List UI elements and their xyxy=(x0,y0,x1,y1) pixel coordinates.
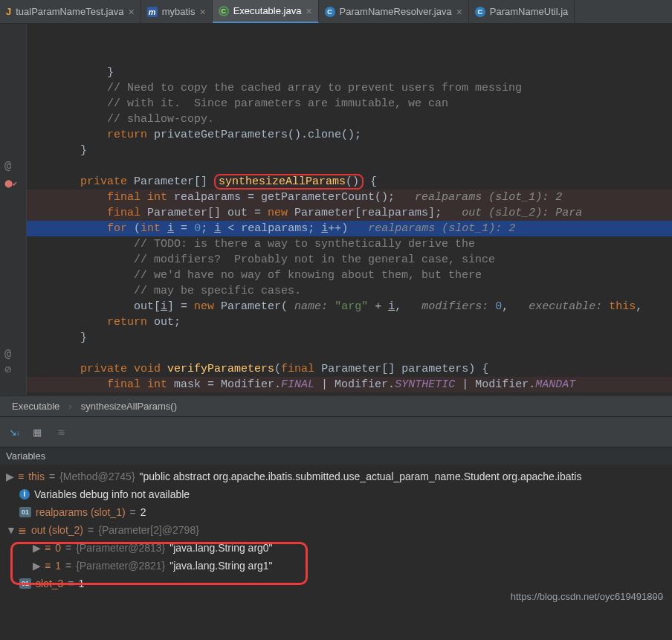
tab-label: Executable.java xyxy=(233,5,302,16)
var-realparams[interactable]: 01 realparams (slot_1) = 2 xyxy=(3,503,672,521)
gutter[interactable]: @ ⬤✔ @ ⊘ xyxy=(0,24,27,395)
highlight-method-box: synthesizeAllParams() {() xyxy=(214,174,364,190)
breadcrumb-class[interactable]: Executable xyxy=(12,401,59,412)
class-icon: C xyxy=(219,6,229,16)
watermark: https://blog.csdn.net/oyc619491800 xyxy=(511,588,663,606)
close-icon[interactable]: × xyxy=(306,5,311,17)
restore-layout-icon[interactable]: ↘ᵢ xyxy=(6,424,21,439)
var-out[interactable]: ▼ ≣ out (slot_2) = {Parameter[2]@2798} xyxy=(3,521,672,539)
resize-handle-icon[interactable]: ⌃⌃⌃ xyxy=(644,591,665,609)
array-icon: ≣ xyxy=(18,521,27,539)
expand-icon[interactable]: ▶ xyxy=(33,557,40,575)
primitive-icon: 01 xyxy=(19,578,31,589)
tab-label: tualParamNameTest.java xyxy=(16,6,123,17)
tab-label: ParamNameUtil.ja xyxy=(490,6,568,17)
current-exec-line: for (int i = 0; i < realparams; i++) rea… xyxy=(27,221,672,236)
close-icon[interactable]: × xyxy=(199,6,205,18)
editor-tabbar: J tualParamNameTest.java × m mybatis × C… xyxy=(0,0,672,24)
tab-paramnameresolver[interactable]: C ParamNameResolver.java × xyxy=(319,0,469,23)
var-info[interactable]: i Variables debug info not available xyxy=(3,485,672,503)
watch-icon[interactable]: ≋ xyxy=(54,424,68,439)
tab-paramnametest[interactable]: J tualParamNameTest.java × xyxy=(0,0,141,23)
variables-panel: ▶ ≡ this = {Method@2745} "public abstrac… xyxy=(0,465,672,610)
calculator-icon[interactable]: ▦ xyxy=(30,424,45,439)
tab-label: mybatis xyxy=(162,6,196,17)
expand-icon[interactable]: ▶ xyxy=(33,539,40,557)
variables-header: Variables xyxy=(0,447,672,465)
module-icon: m xyxy=(147,7,158,17)
close-icon[interactable]: × xyxy=(456,6,462,18)
var-out-0[interactable]: ▶ ≡ 0 = {Parameter@2813} "java.lang.Stri… xyxy=(3,539,672,557)
collapse-icon[interactable]: ▼ xyxy=(6,521,13,539)
tab-paramnameutil[interactable]: C ParamNameUtil.ja xyxy=(469,0,575,23)
tab-label: ParamNameResolver.java xyxy=(340,6,452,17)
info-icon: i xyxy=(19,489,30,500)
breadcrumb-method[interactable]: synthesizeAllParams() xyxy=(81,401,177,412)
java-icon: J xyxy=(6,6,11,17)
tab-mybatis[interactable]: m mybatis × xyxy=(141,0,213,23)
debug-toolbar: ↘ᵢ ▦ ≋ xyxy=(0,416,672,447)
object-icon: ≡ xyxy=(45,557,51,575)
close-icon[interactable]: × xyxy=(128,6,134,18)
code-area[interactable]: } // Need to copy the cached array to pr… xyxy=(27,24,672,395)
class-blue-icon: C xyxy=(325,7,335,17)
var-out-1[interactable]: ▶ ≡ 1 = {Parameter@2821} "java.lang.Stri… xyxy=(3,557,672,575)
primitive-icon: 01 xyxy=(19,507,31,517)
expand-icon[interactable]: ▶ xyxy=(6,468,13,485)
object-icon: ≡ xyxy=(18,468,24,485)
var-this[interactable]: ▶ ≡ this = {Method@2745} "public abstrac… xyxy=(3,468,672,485)
class-blue-icon: C xyxy=(475,7,485,17)
chevron-right-icon: › xyxy=(68,401,71,412)
tab-executable[interactable]: C Executable.java × xyxy=(213,0,319,23)
breadcrumb[interactable]: Executable › synthesizeAllParams() xyxy=(0,395,672,416)
object-icon: ≡ xyxy=(45,539,51,557)
editor: @ ⬤✔ @ ⊘ } // Need to copy the cached ar… xyxy=(0,24,672,395)
